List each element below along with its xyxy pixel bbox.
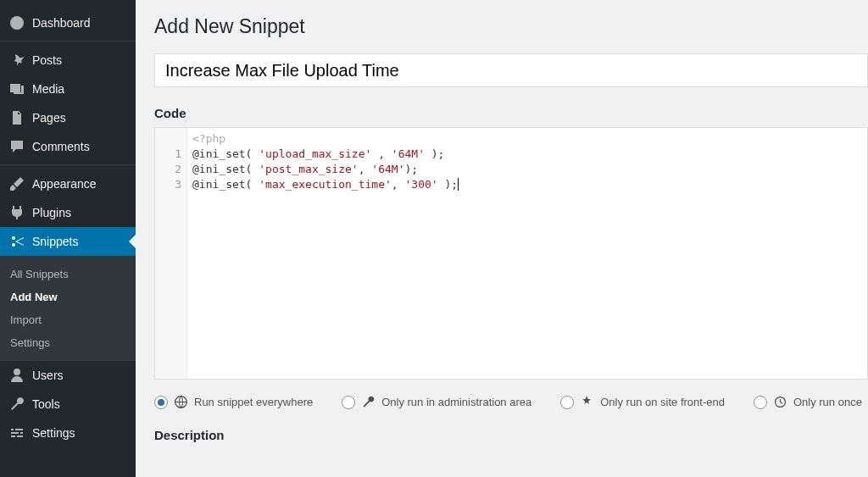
- code-line: @ini_set( 'post_max_size', '64M');: [192, 162, 862, 177]
- page-icon: [8, 109, 25, 126]
- comment-icon: [8, 138, 25, 155]
- sidebar-item-comments[interactable]: Comments: [0, 132, 136, 161]
- scope-label: Run snippet everywhere: [194, 396, 313, 408]
- sidebar-label: Users: [32, 369, 64, 382]
- scope-everywhere[interactable]: Run snippet everywhere: [154, 395, 313, 409]
- scope-once[interactable]: Only run once: [754, 395, 862, 409]
- sidebar-item-settings[interactable]: Settings: [0, 419, 136, 447]
- user-icon: [8, 367, 25, 384]
- dashboard-icon: [8, 14, 25, 31]
- scope-radio-group: Run snippet everywhere Only run in admin…: [154, 395, 868, 409]
- sidebar-item-appearance[interactable]: Appearance: [0, 169, 136, 198]
- code-line: @ini_set( 'max_execution_time', '300' );: [192, 177, 862, 192]
- sidebar-label: Comments: [32, 140, 90, 153]
- line-number: 2: [162, 162, 181, 177]
- description-section-label: Description: [154, 428, 868, 442]
- php-placeholder: <?php: [192, 131, 862, 147]
- sidebar-sub-import[interactable]: Import: [0, 308, 136, 331]
- plug-icon: [8, 204, 25, 221]
- line-number: 1: [162, 147, 181, 162]
- line-number-gutter: 1 2 3: [155, 128, 187, 379]
- sidebar-sub-settings[interactable]: Settings: [0, 331, 136, 354]
- sidebar-label: Dashboard: [32, 16, 91, 30]
- sidebar-label: Posts: [32, 53, 62, 67]
- sidebar-item-pages[interactable]: Pages: [0, 103, 136, 132]
- clock-icon: [773, 395, 787, 409]
- media-icon: [8, 80, 25, 97]
- sidebar-label: Media: [32, 82, 64, 96]
- sidebar-sub-add-new[interactable]: Add New: [0, 286, 136, 308]
- snippet-title-input[interactable]: [154, 53, 868, 87]
- code-editor[interactable]: 1 2 3 <?php @ini_set( 'upload_max_size' …: [154, 127, 868, 380]
- code-section-label: Code: [154, 106, 868, 120]
- radio-input[interactable]: [342, 396, 355, 409]
- code-content[interactable]: <?php @ini_set( 'upload_max_size' , '64M…: [187, 128, 867, 379]
- sidebar-separator: [0, 37, 136, 42]
- sidebar-label: Settings: [32, 426, 75, 440]
- sidebar-label: Appearance: [32, 177, 97, 191]
- pin-icon: [8, 52, 25, 69]
- sidebar-label: Plugins: [32, 206, 71, 219]
- sidebar-item-snippets[interactable]: Snippets: [0, 227, 136, 256]
- wrench-icon: [8, 396, 25, 413]
- sidebar-item-dashboard[interactable]: Dashboard: [0, 8, 136, 37]
- sidebar-label: Snippets: [32, 235, 78, 248]
- wrench-icon: [361, 395, 376, 409]
- sidebar-item-posts[interactable]: Posts: [0, 46, 136, 75]
- sidebar-separator: [0, 161, 136, 165]
- sidebar-item-tools[interactable]: Tools: [0, 390, 136, 419]
- sidebar-sub-all-snippets[interactable]: All Snippets: [0, 263, 136, 286]
- scope-label: Only run in administration area: [381, 396, 531, 408]
- scissors-icon: [8, 233, 25, 250]
- scope-label: Only run on site front-end: [600, 396, 725, 408]
- sidebar-item-users[interactable]: Users: [0, 361, 136, 390]
- page-title: Add New Snippet: [154, 15, 868, 38]
- scope-admin[interactable]: Only run in administration area: [342, 395, 531, 409]
- sidebar-submenu: All Snippets Add New Import Settings: [0, 256, 136, 361]
- sidebar-item-media[interactable]: Media: [0, 75, 136, 103]
- radio-input[interactable]: [154, 396, 168, 409]
- scope-frontend[interactable]: Only run on site front-end: [560, 395, 725, 409]
- admin-sidebar: Dashboard Posts Media Pages Comments App…: [0, 0, 136, 477]
- sidebar-label: Tools: [32, 397, 60, 411]
- line-number: 3: [162, 177, 181, 192]
- pushpin-icon: [580, 395, 594, 409]
- sliders-icon: [8, 424, 25, 441]
- main-content: Add New Snippet Code 1 2 3 <?php @ini_se…: [136, 0, 868, 477]
- radio-input[interactable]: [754, 396, 767, 409]
- sidebar-label: Pages: [32, 111, 66, 125]
- globe-icon: [174, 395, 188, 409]
- sidebar-item-plugins[interactable]: Plugins: [0, 198, 136, 227]
- code-line: @ini_set( 'upload_max_size' , '64M' );: [192, 147, 862, 162]
- radio-input[interactable]: [560, 396, 574, 409]
- scope-label: Only run once: [793, 396, 862, 408]
- brush-icon: [8, 175, 25, 192]
